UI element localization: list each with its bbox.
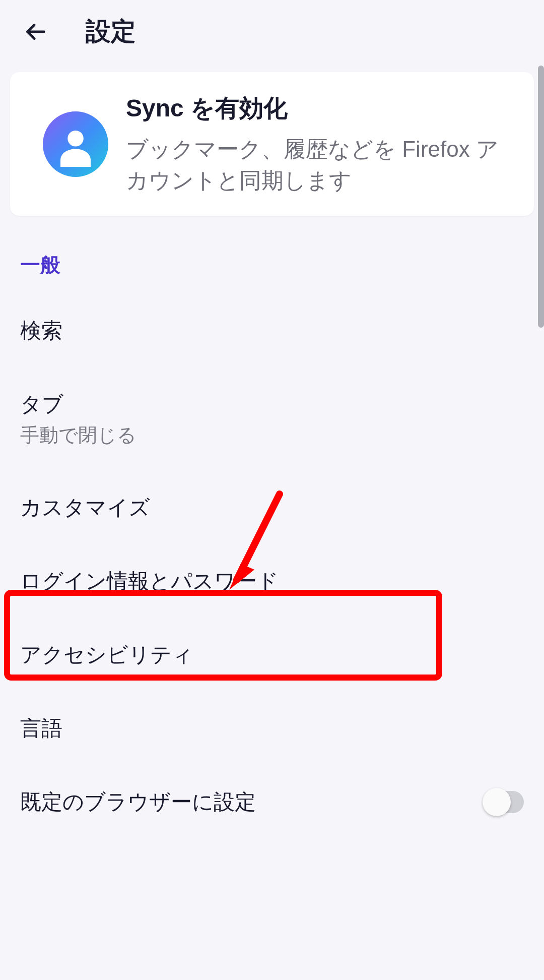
toggle-knob (483, 788, 511, 816)
avatar-wrap (25, 111, 126, 177)
item-title: 既定のブラウザーに設定 (20, 788, 256, 816)
item-title: 言語 (20, 714, 524, 743)
sync-title: Sync を有効化 (126, 92, 514, 125)
back-button[interactable] (15, 12, 55, 52)
sync-card[interactable]: Sync を有効化 ブックマーク、履歴などを Firefox アカウントと同期し… (10, 72, 534, 216)
avatar-icon (43, 111, 108, 177)
list-item-accessibility[interactable]: アクセシビリティ (10, 618, 534, 692)
arrow-left-icon (24, 20, 47, 43)
header: 設定 (0, 0, 544, 63)
sync-description: ブックマーク、履歴などを Firefox アカウントと同期します (126, 134, 514, 196)
item-title: カスタマイズ (20, 494, 524, 522)
list-item-logins[interactable]: ログイン情報とパスワード (10, 544, 534, 618)
section-heading-general: 一般 (10, 216, 534, 294)
default-browser-toggle[interactable] (484, 791, 524, 813)
scrollbar[interactable] (538, 66, 544, 328)
page-title: 設定 (86, 15, 136, 48)
svg-point-1 (67, 131, 84, 147)
list-item-tabs[interactable]: タブ 手動で閉じる (10, 368, 534, 471)
item-title: 検索 (20, 317, 524, 345)
list-item-customize[interactable]: カスタマイズ (10, 471, 534, 544)
content: Sync を有効化 ブックマーク、履歴などを Firefox アカウントと同期し… (0, 63, 544, 816)
item-subtitle: 手動で閉じる (20, 422, 524, 448)
item-title: ログイン情報とパスワード (20, 567, 524, 595)
settings-list: 検索 タブ 手動で閉じる カスタマイズ ログイン情報とパスワード アクセシビリテ… (10, 294, 534, 816)
item-title: アクセシビリティ (20, 641, 524, 669)
list-item-language[interactable]: 言語 (10, 692, 534, 765)
list-item-search[interactable]: 検索 (10, 294, 534, 368)
item-title: タブ (20, 390, 524, 418)
sync-text: Sync を有効化 ブックマーク、履歴などを Firefox アカウントと同期し… (126, 92, 514, 196)
list-item-default-browser[interactable]: 既定のブラウザーに設定 (10, 765, 534, 816)
